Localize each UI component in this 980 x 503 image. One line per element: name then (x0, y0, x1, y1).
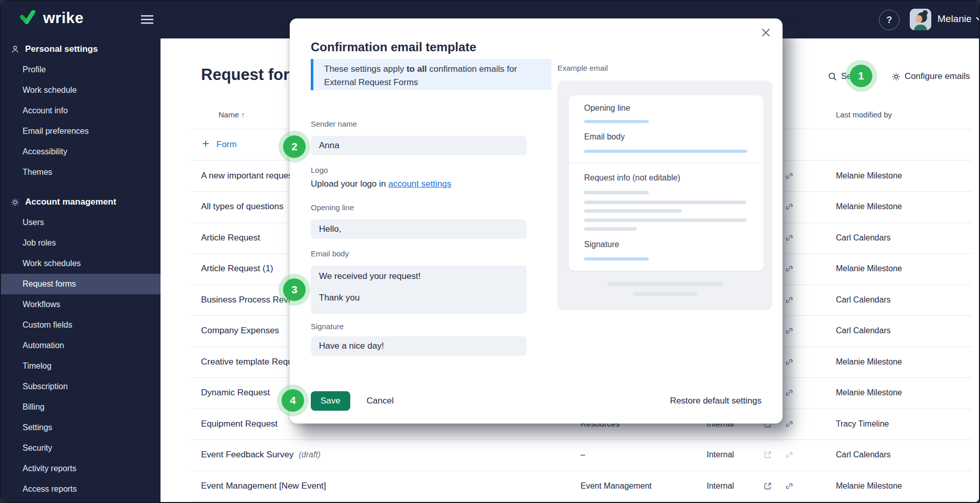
wrike-logo[interactable]: wrike (19, 9, 84, 27)
last-modified-by: Melanie Milestone (836, 202, 902, 211)
sidebar-item-settings[interactable]: Settings (1, 417, 161, 438)
sidebar-item-billing[interactable]: Billing (1, 397, 161, 417)
example-signature-label: Signature (584, 240, 619, 249)
search-icon[interactable] (828, 72, 837, 82)
opening-line-input[interactable]: Hello, (311, 219, 527, 239)
dialog-footer: Save Cancel Restore default settings (311, 391, 762, 411)
copy-link-icon[interactable] (785, 388, 794, 397)
sidebar-sections: Personal settingsProfileWork scheduleAcc… (1, 39, 161, 499)
user-avatar[interactable] (910, 9, 931, 30)
skeleton-bar (584, 218, 747, 222)
sidebar-item-job-roles[interactable]: Job roles (1, 233, 161, 253)
copy-link-icon[interactable] (785, 357, 794, 367)
last-modified-by: Melanie Milestone (836, 481, 902, 491)
copy-link-icon[interactable] (785, 295, 794, 305)
sidebar-item-custom-fields[interactable]: Custom fields (1, 315, 161, 335)
sort-ascending-icon: ↑ (241, 110, 245, 119)
form-name: Event Management [New Event] (201, 481, 326, 491)
last-modified-by: Carl Calendars (836, 450, 891, 459)
column-header-name[interactable]: Name↑ (218, 110, 245, 119)
table-row[interactable]: Event Feedback Survey(draft)–InternalCar… (191, 439, 972, 471)
example-email-label: Example email (557, 64, 608, 72)
divider (569, 163, 764, 163)
copy-link-icon[interactable] (785, 419, 794, 429)
skeleton-bar (584, 200, 746, 204)
sidebar-item-access-reports[interactable]: Access reports (1, 479, 161, 499)
info-banner: These settings apply to all confirmation… (311, 59, 551, 90)
form-visibility: Internal (707, 481, 734, 491)
sidebar-section: Account managementUsersJob rolesWork sch… (1, 192, 161, 499)
email-body-textarea[interactable]: We received your request! Thank you (311, 266, 527, 314)
sender-name-label: Sender name (311, 119, 357, 128)
configure-emails-button[interactable]: Configure emails (905, 71, 970, 82)
form-name: Equipment Request (201, 419, 277, 429)
skeleton-bar (633, 292, 697, 296)
sidebar-item-work-schedule[interactable]: Work schedule (1, 80, 161, 100)
sidebar-item-profile[interactable]: Profile (1, 59, 161, 80)
example-request-info-label: Request info (not editable) (584, 173, 681, 183)
example-email-panel: Opening line Email body Request info (no… (557, 81, 772, 310)
logo-upload-hint: Upload your logo in account settings (311, 179, 451, 189)
sender-name-input[interactable]: Anna (311, 136, 527, 155)
sidebar-item-request-forms[interactable]: Request forms (1, 274, 161, 294)
form-name: Article Request (1) (201, 264, 273, 274)
sidebar-item-security[interactable]: Security (1, 438, 161, 458)
sidebar-item-accessibility[interactable]: Accessibility (1, 142, 161, 162)
sidebar-section-personal-settings[interactable]: Personal settings (1, 39, 161, 59)
user-menu[interactable]: Melanie (937, 13, 980, 25)
sidebar-item-automation[interactable]: Automation (1, 335, 161, 356)
gear-icon[interactable] (891, 72, 901, 82)
email-body-line2: Thank you (319, 293, 518, 303)
email-body-line1: We received your request! (319, 271, 518, 281)
copy-link-icon[interactable] (785, 171, 794, 180)
restore-default-settings-button[interactable]: Restore default settings (670, 396, 762, 406)
sidebar-item-email-preferences[interactable]: Email preferences (1, 121, 161, 142)
chevron-down-icon (976, 17, 980, 21)
sidebar-section-label: Personal settings (25, 44, 98, 54)
sidebar-item-subscription[interactable]: Subscription (1, 376, 161, 397)
copy-link-icon[interactable] (785, 264, 794, 273)
example-opening-line-label: Opening line (584, 104, 630, 113)
copy-link-icon[interactable] (785, 326, 794, 335)
close-icon[interactable] (759, 26, 772, 39)
person-icon (9, 45, 21, 54)
sidebar-item-timelog[interactable]: Timelog (1, 356, 161, 376)
last-modified-by: Carl Calendars (836, 233, 891, 243)
form-visibility: Internal (707, 450, 734, 459)
dialog-title: Confirmation email template (311, 40, 476, 54)
cancel-button[interactable]: Cancel (364, 395, 397, 407)
step-badge-4: 4 (282, 389, 304, 412)
copy-link-icon[interactable] (785, 450, 794, 459)
sidebar-section-account-management[interactable]: Account management (1, 192, 161, 212)
last-modified-by: Tracy Timeline (836, 419, 889, 429)
help-button[interactable]: ? (879, 10, 899, 30)
column-header-last-modified-by[interactable]: Last modified by (836, 110, 892, 119)
example-email-card: Opening line Email body Request info (no… (569, 95, 764, 271)
copy-link-icon[interactable] (785, 233, 794, 243)
sidebar-item-themes[interactable]: Themes (1, 162, 161, 183)
save-button[interactable]: Save (311, 391, 350, 411)
sidebar-item-activity-reports[interactable]: Activity reports (1, 458, 161, 479)
copy-link-icon[interactable] (785, 202, 794, 211)
signature-input[interactable]: Have a nice day! (311, 336, 527, 356)
sidebar-item-account-info[interactable]: Account info (1, 100, 161, 121)
table-row[interactable]: Event Management [New Event]Event Manage… (191, 471, 972, 502)
last-modified-by: Melanie Milestone (836, 388, 902, 397)
open-form-icon[interactable] (763, 450, 772, 459)
skeleton-bar (584, 191, 649, 194)
hamburger-menu-icon[interactable] (141, 14, 154, 27)
table-toolbar: Search Configure emails (828, 69, 970, 84)
skeleton-bar (584, 120, 649, 123)
gear-icon (9, 197, 21, 207)
skeleton-bar (584, 209, 682, 213)
sidebar-item-users[interactable]: Users (1, 212, 161, 233)
sidebar-item-workflows[interactable]: Workflows (1, 294, 161, 315)
last-modified-by: Melanie Milestone (836, 357, 902, 367)
open-form-icon[interactable] (763, 481, 772, 491)
copy-link-icon[interactable] (785, 481, 794, 491)
form-name: Creative template Request (201, 357, 304, 367)
skeleton-bar (608, 282, 723, 286)
sidebar-item-work-schedules[interactable]: Work schedules (1, 253, 161, 274)
account-settings-link[interactable]: account settings (388, 179, 451, 189)
skeleton-bar (584, 227, 637, 231)
